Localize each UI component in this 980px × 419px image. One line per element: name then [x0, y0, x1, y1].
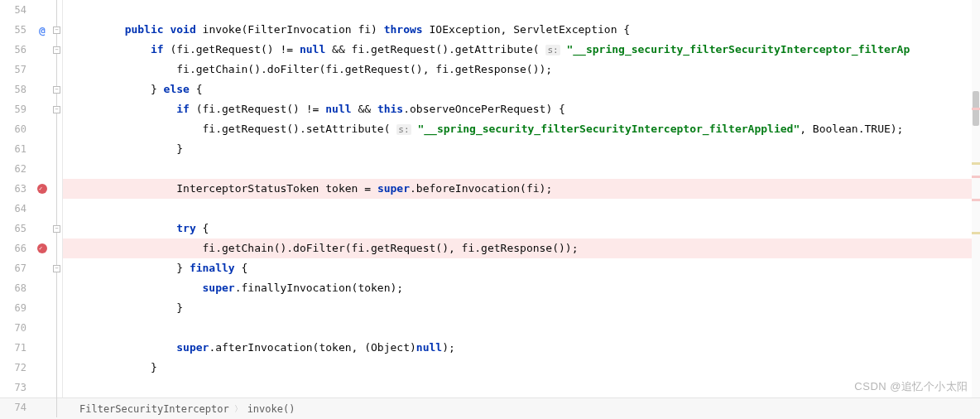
line-number[interactable]: 62 — [0, 159, 26, 179]
fold-cell[interactable] — [51, 60, 62, 79]
line-number[interactable]: 67 — [0, 258, 26, 278]
code-line[interactable]: } — [63, 139, 980, 159]
breakpoint-marker[interactable] — [33, 179, 51, 199]
code-content[interactable]: public void invoke(FilterInvocation fi) … — [63, 0, 980, 397]
line-number[interactable]: 56 — [0, 40, 26, 60]
line-number[interactable]: 64 — [0, 199, 26, 219]
code-line[interactable]: fi.getChain().doFilter(fi.getRequest(), … — [63, 238, 980, 258]
fold-cell[interactable] — [51, 338, 62, 358]
line-number[interactable]: 69 — [0, 298, 26, 318]
fold-cell[interactable] — [51, 378, 62, 397]
breakpoint-marker[interactable] — [33, 238, 51, 258]
fold-cell[interactable] — [51, 199, 62, 219]
line-number[interactable]: 54 — [0, 0, 26, 20]
line-number[interactable]: 55 — [0, 20, 26, 40]
fold-cell[interactable] — [51, 119, 62, 139]
code-editor[interactable]: 5455565758596061626364656667686970717273… — [0, 0, 980, 397]
marker-cell-empty[interactable] — [33, 258, 51, 278]
fold-toggle-icon[interactable]: − — [53, 265, 60, 272]
code-line[interactable]: if (fi.getRequest() != null && this.obse… — [63, 99, 980, 119]
marker-cell-empty[interactable] — [33, 159, 51, 179]
code-line[interactable]: try { — [63, 219, 980, 238]
fold-cell[interactable] — [51, 139, 62, 159]
code-line[interactable] — [63, 318, 980, 338]
line-number[interactable]: 57 — [0, 60, 26, 79]
code-line[interactable]: public void invoke(FilterInvocation fi) … — [63, 20, 980, 40]
breadcrumb-method[interactable]: invoke() — [247, 403, 295, 415]
line-number[interactable]: 58 — [0, 79, 26, 99]
marker-cell-empty[interactable] — [33, 378, 51, 397]
fold-cell[interactable] — [51, 358, 62, 378]
fold-cell[interactable] — [51, 318, 62, 338]
code-line[interactable]: super.afterInvocation(token, (Object)nul… — [63, 338, 980, 358]
fold-toggle-icon[interactable]: − — [53, 225, 60, 233]
code-line[interactable]: } else { — [63, 79, 980, 99]
line-number[interactable]: 68 — [0, 278, 26, 298]
code-line[interactable] — [63, 378, 980, 397]
code-line[interactable]: super.finallyInvocation(token); — [63, 278, 980, 298]
scrollbar-mark[interactable] — [972, 176, 980, 178]
line-number[interactable]: 73 — [0, 378, 26, 397]
override-icon[interactable]: @ — [39, 24, 46, 36]
fold-toggle-icon[interactable]: − — [53, 106, 60, 113]
code-line[interactable]: } — [63, 358, 980, 378]
line-number[interactable]: 74 — [0, 397, 26, 417]
marker-cell-empty[interactable] — [33, 219, 51, 238]
line-number[interactable]: 71 — [0, 338, 26, 358]
code-line[interactable]: } finally { — [63, 258, 980, 278]
fold-cell[interactable]: − — [51, 20, 62, 40]
code-line[interactable] — [63, 159, 980, 179]
marker-cell-empty[interactable] — [33, 119, 51, 139]
line-number[interactable]: 72 — [0, 358, 26, 378]
fold-cell[interactable] — [51, 278, 62, 298]
marker-cell-empty[interactable] — [33, 199, 51, 219]
code-line[interactable]: fi.getChain().doFilter(fi.getRequest(), … — [63, 60, 980, 79]
scrollbar-mark[interactable] — [972, 162, 980, 165]
marker-cell-empty[interactable] — [33, 397, 51, 417]
marker-cell-empty[interactable] — [33, 79, 51, 99]
line-number[interactable]: 66 — [0, 238, 26, 258]
fold-gutter[interactable]: −−−−−− — [51, 0, 63, 397]
marker-gutter[interactable]: @ — [33, 0, 51, 397]
line-number[interactable]: 70 — [0, 318, 26, 338]
line-number[interactable]: 63 — [0, 179, 26, 199]
code-line[interactable] — [63, 199, 980, 219]
code-line[interactable]: InterceptorStatusToken token = super.bef… — [63, 179, 980, 199]
breakpoint-icon[interactable] — [37, 243, 47, 253]
fold-cell[interactable]: − — [51, 99, 62, 119]
marker-cell-empty[interactable] — [33, 358, 51, 378]
marker-cell-empty[interactable] — [33, 298, 51, 318]
fold-cell[interactable] — [51, 238, 62, 258]
breakpoint-icon[interactable] — [37, 184, 47, 194]
code-line[interactable]: fi.getRequest().setAttribute( s: "__spri… — [63, 119, 980, 139]
fold-cell[interactable] — [51, 159, 62, 179]
marker-cell-empty[interactable] — [33, 318, 51, 338]
marker-cell-empty[interactable] — [33, 60, 51, 79]
fold-cell[interactable]: − — [51, 79, 62, 99]
line-number[interactable]: 65 — [0, 219, 26, 238]
breadcrumb-class[interactable]: FilterSecurityInterceptor — [79, 403, 229, 415]
scrollbar-mark[interactable] — [972, 108, 980, 110]
code-line[interactable]: } — [63, 298, 980, 318]
fold-toggle-icon[interactable]: − — [53, 86, 60, 94]
scrollbar-mark[interactable] — [972, 199, 980, 201]
marker-cell-empty[interactable] — [33, 0, 51, 20]
fold-cell[interactable] — [51, 397, 62, 417]
fold-toggle-icon[interactable]: − — [53, 46, 60, 54]
marker-cell-empty[interactable] — [33, 278, 51, 298]
fold-cell[interactable] — [51, 179, 62, 199]
line-number[interactable]: 60 — [0, 119, 26, 139]
fold-cell[interactable]: − — [51, 258, 62, 278]
code-line[interactable] — [63, 0, 980, 20]
marker-cell-empty[interactable] — [33, 338, 51, 358]
fold-cell[interactable] — [51, 0, 62, 20]
line-number[interactable]: 59 — [0, 99, 26, 119]
marker-cell-empty[interactable] — [33, 40, 51, 60]
line-number-gutter[interactable]: 5455565758596061626364656667686970717273… — [0, 0, 33, 397]
marker-cell-empty[interactable] — [33, 139, 51, 159]
fold-toggle-icon[interactable]: − — [53, 26, 60, 34]
override-marker[interactable]: @ — [33, 20, 51, 40]
fold-cell[interactable]: − — [51, 219, 62, 238]
fold-cell[interactable]: − — [51, 40, 62, 60]
vertical-scrollbar[interactable] — [972, 0, 980, 397]
